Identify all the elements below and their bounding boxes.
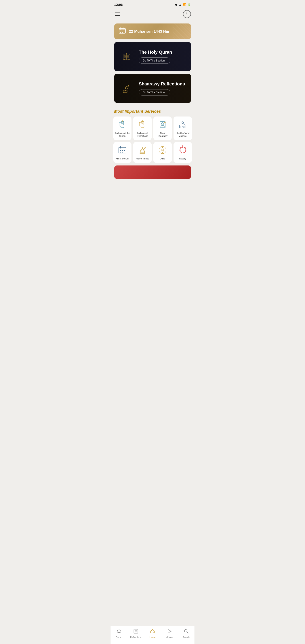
- svg-point-19: [182, 122, 184, 124]
- svg-rect-15: [141, 122, 144, 125]
- about-shaarawy-icon: [157, 119, 168, 130]
- qibla-icon: N: [157, 145, 168, 156]
- reflections-btn-label: Go To The Section: [143, 91, 165, 94]
- calendar-icon: [119, 27, 126, 36]
- help-button[interactable]: !: [183, 10, 191, 18]
- reflections-btn-icon: ›: [166, 91, 166, 94]
- svg-rect-32: [120, 152, 121, 152]
- menu-button[interactable]: [114, 12, 121, 16]
- wifi-icon: ▲: [179, 3, 182, 6]
- prayer-times-label: Prayer Times: [136, 157, 149, 160]
- menu-line-3: [115, 15, 120, 16]
- service-archives-quran[interactable]: Archives of the Quran: [113, 116, 132, 140]
- archives-reflections-label: Archives of Reflections: [134, 132, 150, 138]
- open-book-icon: [122, 52, 132, 62]
- battery-icon: 🔋: [188, 3, 191, 6]
- archives-quran-icon: [117, 119, 128, 130]
- reflections-card-content: Shaarawy Reflections Go To The Section ›: [139, 78, 191, 99]
- quran-go-to-section-button[interactable]: Go To The Section ›: [139, 58, 170, 64]
- hijri-calender-label: Hijri Calender: [116, 157, 129, 160]
- reflections-card-icon-area: [114, 80, 139, 97]
- svg-rect-49: [182, 145, 183, 146]
- svg-point-36: [144, 148, 145, 149]
- svg-rect-8: [122, 32, 123, 33]
- signal-icon: 📶: [183, 3, 186, 6]
- svg-rect-4: [120, 31, 121, 31]
- archives-quran-label: Archives of the Quran: [115, 132, 130, 138]
- service-rosary[interactable]: Rosary: [174, 142, 192, 163]
- svg-rect-5: [122, 31, 123, 31]
- svg-rect-31: [124, 150, 125, 151]
- bottom-promo-card[interactable]: [114, 166, 191, 179]
- quran-card-content: The Holy Quran Go To The Section ›: [139, 46, 191, 67]
- quran-card-icon-area: [114, 48, 139, 65]
- quran-btn-icon: ›: [166, 59, 166, 62]
- svg-rect-6: [124, 31, 124, 31]
- svg-rect-22: [184, 126, 185, 128]
- svg-point-39: [162, 150, 163, 150]
- reflections-go-to-section-button[interactable]: Go To The Section ›: [139, 89, 170, 96]
- service-sheikh-zayed-mosque[interactable]: Sheikh Zayed Mosque: [174, 116, 192, 140]
- hijri-date: 22 Muharram 1443 Hijri: [129, 29, 170, 34]
- status-bar: 12:06 ⏺ ▲ 📶 🔋: [111, 0, 194, 8]
- service-about-shaarawy[interactable]: About Shaarawy: [154, 116, 172, 140]
- feather-pen-icon: [122, 84, 132, 93]
- svg-text:N: N: [162, 146, 163, 147]
- archives-reflections-icon: [137, 119, 148, 130]
- service-archives-reflections[interactable]: Archives of Reflections: [133, 116, 152, 140]
- svg-rect-30: [122, 150, 123, 151]
- services-grid-row1: Archives of the Quran Archives of Reflec…: [111, 116, 194, 140]
- quran-card-title: The Holy Quran: [139, 50, 188, 55]
- svg-rect-34: [140, 153, 145, 154]
- svg-rect-33: [122, 152, 123, 152]
- rosary-icon: [177, 145, 188, 156]
- services-grid-row2: Hijri Calender Prayer Times: [111, 142, 194, 163]
- hijri-icon: [117, 145, 128, 156]
- svg-rect-18: [180, 125, 186, 128]
- menu-line-2: [115, 14, 120, 14]
- status-icons: ⏺ ▲ 📶 🔋: [175, 3, 191, 6]
- reflections-feature-card[interactable]: Shaarawy Reflections Go To The Section ›: [114, 74, 191, 103]
- prayer-times-icon: [137, 145, 148, 156]
- sheikh-zayed-mosque-label: Sheikh Zayed Mosque: [175, 132, 190, 138]
- status-time: 12:06: [114, 3, 123, 6]
- svg-rect-21: [180, 126, 181, 128]
- svg-rect-7: [120, 32, 121, 33]
- svg-rect-23: [182, 126, 183, 128]
- svg-point-17: [162, 122, 164, 125]
- menu-line-1: [115, 12, 120, 13]
- rosary-label: Rosary: [179, 157, 186, 160]
- record-icon: ⏺: [175, 3, 178, 6]
- quran-btn-label: Go To The Section: [143, 59, 165, 62]
- svg-rect-13: [121, 122, 124, 125]
- mosque-icon: [177, 119, 188, 130]
- date-banner: 22 Muharram 1443 Hijri: [114, 24, 191, 39]
- header: !: [111, 8, 194, 22]
- svg-rect-29: [120, 150, 121, 151]
- qibla-label: Qibla: [160, 157, 165, 160]
- quran-feature-card[interactable]: The Holy Quran Go To The Section ›: [114, 42, 191, 71]
- service-prayer-times[interactable]: Prayer Times: [133, 142, 152, 163]
- help-icon: !: [186, 12, 188, 16]
- reflections-card-title: Shaarawy Reflections: [139, 82, 188, 86]
- service-hijri-calender[interactable]: Hijri Calender: [113, 142, 132, 163]
- section-title: Most Important Services: [111, 106, 194, 116]
- about-shaarawy-label: About Shaarawy: [155, 132, 170, 138]
- service-qibla[interactable]: N Qibla: [154, 142, 172, 163]
